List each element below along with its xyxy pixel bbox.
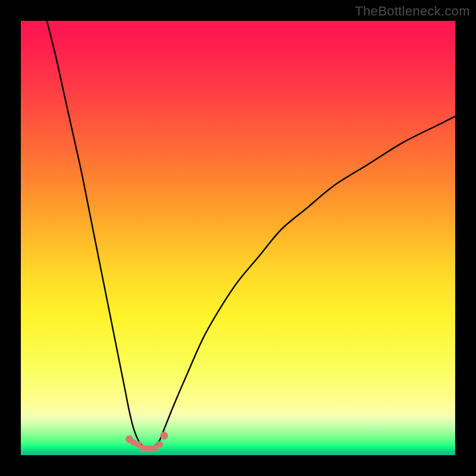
- chart-svg: [21, 21, 455, 455]
- chart-frame: TheBottleneck.com: [0, 0, 476, 476]
- watermark-text: TheBottleneck.com: [355, 4, 470, 19]
- bottleneck-curve: [47, 21, 455, 449]
- trough-markers: [126, 432, 168, 452]
- trough-marker: [160, 432, 168, 440]
- trough-marker: [156, 441, 163, 447]
